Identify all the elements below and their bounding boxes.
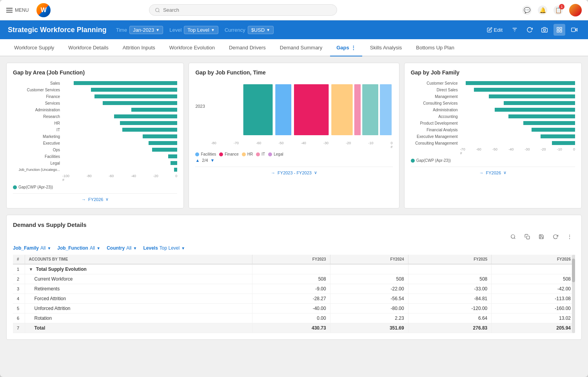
col-fy2026: FY2026 (492, 255, 575, 264)
edit-button[interactable]: Edit (484, 25, 506, 34)
table-more-icon[interactable]: ⋮ (564, 231, 575, 242)
chart1-axis-unit: # (13, 178, 177, 182)
table-refresh-icon[interactable] (550, 231, 561, 242)
filter-job-function[interactable]: Job_Function All ▼ (57, 245, 100, 251)
table-copy-icon[interactable] (522, 231, 533, 242)
tab-attrition-inputs[interactable]: Attrition Inputs (116, 39, 162, 56)
time-chevron-icon: ▼ (156, 28, 160, 32)
chart-gap-by-area: Gap by Area (Job Function) Sales Custome… (6, 63, 184, 208)
chart2-footer-label: FY2023 - FY2023 (278, 170, 312, 175)
camera-icon-btn[interactable] (539, 24, 550, 36)
currency-filter: Currency $USD ▼ (225, 26, 274, 34)
tab-dots-icon: ⋮ (351, 45, 356, 51)
chart3-footer[interactable]: → FY2026 ∨ (411, 167, 575, 175)
bar-row-legal: Legal (13, 160, 177, 166)
svg-point-19 (511, 235, 515, 238)
svg-rect-6 (557, 27, 559, 29)
tab-workforce-supply[interactable]: Workforce Supply (8, 39, 60, 56)
user-avatar[interactable] (569, 4, 582, 16)
time-value-dropdown[interactable]: Jan-2023 ▼ (129, 26, 163, 34)
level-value-dropdown[interactable]: Top Level ▼ (184, 26, 218, 34)
chart3-axis: -70 -60 -50 -40 -30 -20 -10 0 (411, 147, 575, 151)
scrollbar[interactable] (572, 255, 575, 333)
chart2-axis-unit: # (211, 145, 393, 149)
chart2-axis: -80-70-60-50-40-30-20-100 (211, 141, 393, 145)
bar-row-services: Services (13, 100, 177, 106)
demand-supply-table-card: Demand vs Supply Details ⋮ Job_Famil (6, 215, 582, 340)
bar-row-it: IT (13, 127, 177, 132)
expand-icon[interactable]: ▼ (29, 267, 33, 272)
legend-it: IT (256, 152, 265, 156)
time-value: Jan-2023 (133, 27, 154, 33)
bar-row-customer-services: Customer Services (13, 87, 177, 92)
svg-rect-18 (380, 84, 392, 135)
legend-facilities: Facilities (195, 152, 216, 156)
search-icon (155, 7, 160, 13)
svg-marker-10 (575, 29, 577, 31)
bar-row-admin3: Administration (411, 107, 575, 112)
table-toolbar: ⋮ (13, 231, 575, 242)
chart2-visualization (211, 80, 393, 139)
filter-chevron-icon: ▼ (47, 246, 51, 250)
bar-row-consult-mgmt: Consulting Management (411, 140, 575, 146)
chart2-title: Gap by Job Function, Time (195, 69, 392, 76)
chart2-pagination: ▲ 2/4 ▼ (195, 158, 392, 163)
tab-workforce-details[interactable]: Workforce Details (62, 39, 114, 56)
chart2-footer[interactable]: → FY2023 - FY2023 ∨ (195, 167, 392, 175)
level-chevron-icon: ▼ (211, 28, 215, 32)
filter-levels[interactable]: Levels Top Level ▼ (143, 245, 185, 251)
chat-icon[interactable]: 💬 (522, 5, 532, 15)
bar-row-hr: HR (13, 120, 177, 126)
col-fy2023: FY2023 (252, 255, 330, 264)
bar-row-ds: Direct Sales (411, 87, 575, 92)
bar-row-sales: Sales (13, 80, 177, 86)
table-row: 6 Rotation 0.00 2.23 6.64 13.02 (13, 314, 575, 323)
bar-row-facilities: Facilities (13, 154, 177, 159)
search-input[interactable] (163, 7, 331, 13)
chart1-footer-label: FY2026 (88, 197, 103, 202)
svg-line-20 (514, 238, 515, 239)
demand-supply-table: # ACCOUNTS BY TIME FY2023 FY2024 FY2025 … (13, 255, 575, 333)
svg-rect-15 (331, 84, 352, 135)
tab-workforce-evolution[interactable]: Workforce Evolution (163, 39, 221, 56)
filter-job-family[interactable]: Job_Family All ▼ (13, 245, 51, 251)
notifications-icon[interactable]: 🔔 (538, 5, 547, 15)
table-save-icon[interactable] (536, 231, 547, 242)
bar-row-exec-mgmt: Executive Management (411, 134, 575, 139)
tab-demand-drivers[interactable]: Demand Drivers (223, 39, 272, 56)
chart3-footer-chevron: ∨ (503, 170, 506, 175)
table-row: 7 Total 430.73 351.69 276.83 205.94 (13, 323, 575, 333)
refresh-icon-btn[interactable] (524, 24, 535, 36)
tab-bottoms-up-plan[interactable]: Bottoms Up Plan (410, 39, 461, 56)
menu-label: MENU (15, 7, 29, 13)
svg-line-1 (158, 11, 159, 12)
tab-gaps[interactable]: Gaps ⋮ (330, 39, 362, 56)
filter-icon-btn[interactable] (509, 24, 521, 36)
chart1-footer[interactable]: → FY2026 ∨ (13, 193, 177, 202)
app-logo: W (36, 3, 51, 17)
filter-country[interactable]: Country All ▼ (107, 245, 137, 251)
briefcase-icon[interactable]: 📋 1 (554, 5, 563, 15)
filter-levels-chevron-icon: ▼ (181, 246, 185, 250)
chart3-legend-label: Gap(CWP (Apr-23)) (416, 158, 451, 163)
chart1-legend-dot (13, 185, 17, 189)
svg-rect-13 (275, 84, 291, 135)
chart3-title: Gap by Job Family (411, 69, 575, 76)
grid-icon-btn[interactable] (554, 24, 565, 36)
tab-demand-summary[interactable]: Demand Summary (274, 39, 328, 56)
currency-value-dropdown[interactable]: $USD ▼ (248, 26, 274, 34)
tab-skills-analysis[interactable]: Skills Analysis (364, 39, 408, 56)
svg-rect-21 (526, 236, 530, 239)
edit-icon (487, 27, 492, 33)
chart2-footer-chevron: ∨ (314, 170, 317, 175)
table-row: 3 Retirements -9.00 -22.00 -33.00 -42.00 (13, 284, 575, 294)
table-search-icon[interactable] (508, 231, 519, 242)
bar-row-mgmt: Management (411, 94, 575, 99)
chart1-title: Gap by Area (Job Function) (13, 69, 177, 76)
menu-button[interactable]: MENU (6, 7, 29, 13)
video-icon-btn[interactable] (568, 24, 580, 36)
chart3-legend-dot (411, 159, 415, 163)
edit-label: Edit (494, 27, 503, 33)
bar-row-accounting: Accounting (411, 114, 575, 119)
col-fy2025: FY2025 (408, 255, 492, 264)
